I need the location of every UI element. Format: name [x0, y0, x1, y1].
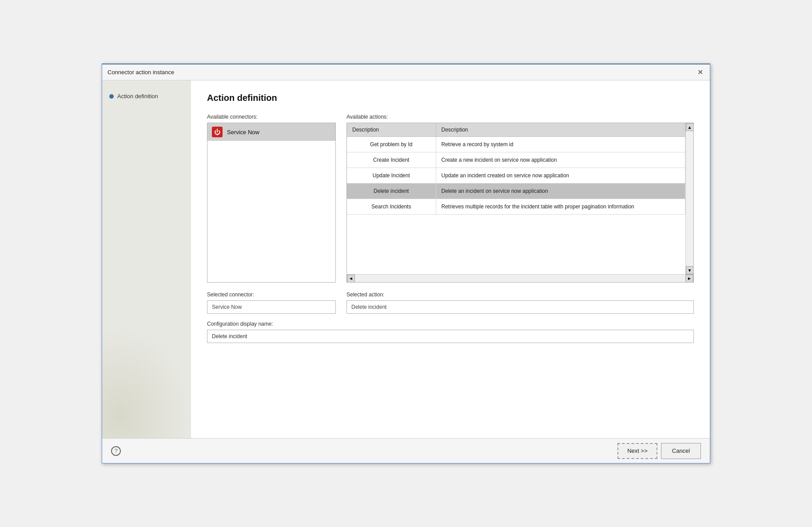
- col1-header: Description: [347, 123, 436, 137]
- dialog-body: Action definition Action definition Avai…: [102, 80, 710, 438]
- connector-icon: ⏻: [212, 127, 223, 137]
- table-row[interactable]: Search Incidents Retrieves multiple reco…: [347, 199, 685, 215]
- selected-action-label: Selected action:: [346, 291, 694, 298]
- dialog-footer: ? Next >> Cancel: [102, 438, 710, 463]
- dialog-title: Connector action instance: [107, 69, 174, 76]
- action-name: Get problem by Id: [347, 137, 436, 152]
- config-display-name-label: Configuration display name:: [207, 321, 694, 327]
- connector-item-servicenow[interactable]: ⏻ Service Now: [207, 123, 335, 141]
- dialog: Connector action instance ✕ Action defin…: [102, 64, 710, 463]
- selected-action-input[interactable]: [346, 300, 694, 314]
- col2-header: Description: [436, 123, 685, 137]
- table-scroll-area: Description Description Get problem by I…: [347, 123, 693, 274]
- horizontal-scrollbar: ◄ ►: [347, 274, 693, 282]
- table-row[interactable]: Update Incident Update an incident creat…: [347, 168, 685, 184]
- selected-connector-label: Selected connector:: [207, 291, 336, 298]
- selection-fields: Selected connector: Selected action:: [207, 291, 694, 314]
- action-description: Create a new incident on service now app…: [436, 152, 685, 168]
- sidebar-item-label: Action definition: [117, 93, 158, 100]
- table-row[interactable]: Delete incident Delete an incident on se…: [347, 184, 685, 199]
- action-name: Create Incident: [347, 152, 436, 168]
- actions-table-wrapper: Description Description Get problem by I…: [346, 123, 694, 283]
- action-description: Update an incident created on service no…: [436, 168, 685, 184]
- available-connectors-label: Available connectors:: [207, 114, 336, 120]
- action-name: Update Incident: [347, 168, 436, 184]
- cancel-button[interactable]: Cancel: [661, 443, 701, 459]
- available-actions-label: Available actions:: [346, 114, 694, 120]
- help-icon[interactable]: ?: [111, 446, 121, 456]
- table-body-scroll[interactable]: Description Description Get problem by I…: [347, 123, 685, 274]
- close-button[interactable]: ✕: [696, 68, 705, 77]
- actions-section: Available actions: Description Descripti…: [346, 114, 694, 283]
- selected-connector-input[interactable]: [207, 300, 336, 314]
- config-display-name-input[interactable]: [207, 330, 694, 343]
- connector-actions-section: Available connectors: ⏻ Service Now Avai…: [207, 114, 694, 283]
- connectors-section: Available connectors: ⏻ Service Now: [207, 114, 336, 283]
- h-scroll-track: [355, 275, 685, 282]
- actions-table: Description Description Get problem by I…: [347, 123, 685, 215]
- page-title: Action definition: [207, 93, 694, 103]
- table-row[interactable]: Get problem by Id Retrieve a record by s…: [347, 137, 685, 152]
- sidebar-active-dot: [109, 94, 114, 99]
- selected-action-group: Selected action:: [346, 291, 694, 314]
- scroll-right-button[interactable]: ►: [685, 275, 693, 283]
- config-name-group: Configuration display name:: [207, 321, 694, 343]
- footer-buttons: Next >> Cancel: [617, 443, 701, 459]
- next-button[interactable]: Next >>: [617, 443, 657, 459]
- scroll-left-button[interactable]: ◄: [347, 275, 355, 283]
- selected-connector-group: Selected connector:: [207, 291, 336, 314]
- scroll-up-button[interactable]: ▲: [686, 123, 694, 131]
- connectors-list[interactable]: ⏻ Service Now: [207, 123, 336, 283]
- vertical-scrollbar: ▲ ▼: [685, 123, 693, 274]
- titlebar: Connector action instance ✕: [102, 64, 710, 80]
- power-icon: ⏻: [214, 129, 220, 135]
- sidebar-background: [102, 327, 191, 438]
- connector-name: Service Now: [227, 129, 259, 136]
- sidebar: Action definition: [102, 80, 191, 438]
- action-description: Delete an incident on service now applic…: [436, 184, 685, 199]
- action-description: Retrieves multiple records for the incid…: [436, 199, 685, 215]
- action-name: Delete incident: [347, 184, 436, 199]
- main-content: Action definition Available connectors: …: [191, 80, 710, 438]
- action-description: Retrieve a record by system id: [436, 137, 685, 152]
- action-name: Search Incidents: [347, 199, 436, 215]
- scroll-down-button[interactable]: ▼: [686, 266, 694, 274]
- sidebar-item-action-definition[interactable]: Action definition: [102, 89, 191, 103]
- table-row[interactable]: Create Incident Create a new incident on…: [347, 152, 685, 168]
